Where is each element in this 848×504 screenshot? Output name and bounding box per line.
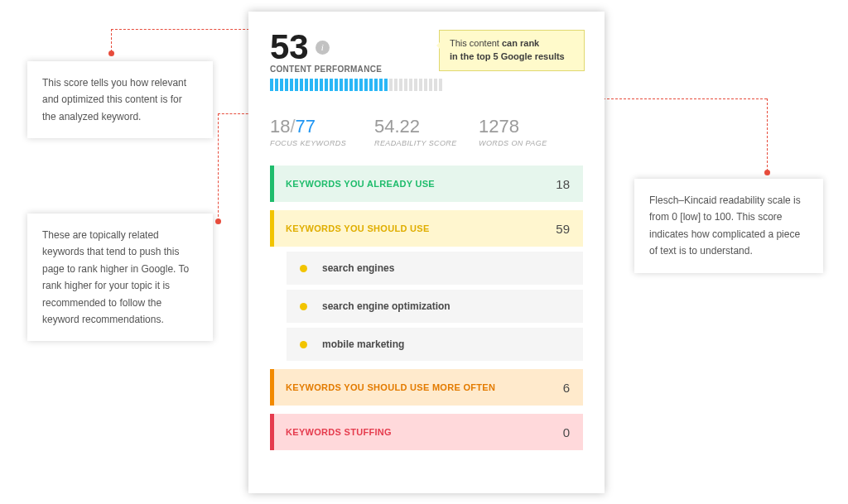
connector-dot: [764, 170, 770, 175]
section-title: KEYWORDS YOU SHOULD USE MORE OFTEN: [286, 382, 495, 392]
tooltip-keywords: These are topically related keywords tha…: [27, 214, 213, 341]
keyword-item[interactable]: mobile marketing: [287, 328, 583, 361]
keyword-item[interactable]: search engine optimization: [287, 290, 583, 323]
score-progress: [270, 79, 583, 91]
keyword-item[interactable]: search engines: [287, 252, 583, 285]
tooltip-score: This score tells you how relevant and op…: [27, 61, 213, 138]
section-count: 0: [563, 425, 570, 439]
metric-label: READABILITY SCORE: [374, 139, 479, 147]
connector-line: [111, 29, 262, 30]
words-value: 1278: [479, 116, 583, 137]
section-count: 18: [556, 177, 570, 191]
keyword-list: search enginessearch engine optimization…: [270, 252, 583, 361]
section-keywords-more-often[interactable]: KEYWORDS YOU SHOULD USE MORE OFTEN 6: [270, 369, 583, 406]
keyword-text: mobile marketing: [322, 338, 404, 350]
section-keywords-already-use[interactable]: KEYWORDS YOU ALREADY USE 18: [270, 166, 583, 202]
connector-line: [218, 113, 219, 221]
bullet-icon: [300, 341, 307, 348]
section-keywords-stuffing[interactable]: KEYWORDS STUFFING 0: [270, 414, 583, 450]
note-bold: in the top 5 Google results: [450, 51, 565, 61]
ranking-note: This content can rank in the top 5 Googl…: [439, 30, 585, 71]
bullet-icon: [300, 303, 307, 310]
keyword-text: search engines: [322, 262, 394, 274]
metric-readability[interactable]: 54.22 READABILITY SCORE: [374, 116, 479, 147]
bullet-icon: [300, 265, 307, 272]
metric-label: FOCUS KEYWORDS: [270, 139, 374, 147]
section-title: KEYWORDS YOU SHOULD USE: [286, 223, 430, 233]
note-text: This content: [450, 38, 502, 48]
section-title: KEYWORDS YOU ALREADY USE: [286, 179, 435, 189]
metric-words[interactable]: 1278 WORDS ON PAGE: [479, 116, 583, 147]
info-icon[interactable]: i: [316, 41, 330, 55]
focus-current: 18: [270, 116, 290, 137]
tooltip-readability: Flesch–Kincaid readability scale is from…: [634, 179, 823, 273]
connector-line: [111, 29, 112, 52]
section-title: KEYWORDS STUFFING: [286, 427, 392, 437]
keyword-text: search engine optimization: [322, 300, 450, 312]
readability-value: 54.22: [374, 116, 479, 137]
metric-label: WORDS ON PAGE: [479, 139, 583, 147]
note-bold: can rank: [502, 38, 539, 48]
focus-total: 77: [296, 116, 316, 137]
metric-focus-keywords[interactable]: 18/77 FOCUS KEYWORDS: [270, 116, 374, 147]
connector-line: [767, 98, 768, 171]
section-count: 59: [556, 222, 570, 236]
score-value: 53: [270, 30, 309, 65]
section-count: 6: [563, 381, 570, 395]
content-performance-card: 53 i CONTENT PERFORMANCE This content ca…: [248, 12, 605, 493]
section-keywords-should-use[interactable]: KEYWORDS YOU SHOULD USE 59: [270, 210, 583, 247]
